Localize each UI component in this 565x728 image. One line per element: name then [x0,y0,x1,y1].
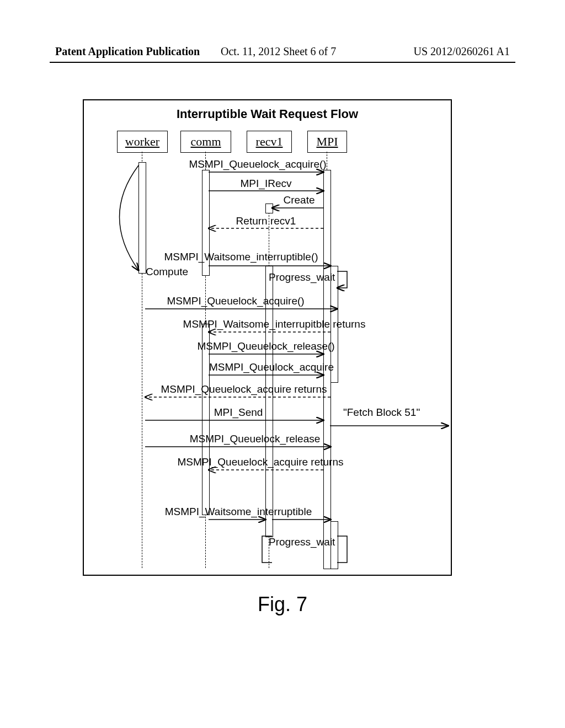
activation-worker [138,162,146,274]
msg-queuelock-release-2: MSMPI_Queuelock_release [172,433,338,445]
msg-queuelock-acquire-returns-1: MSMPI_Queuelock_acquire returns [145,383,343,395]
diagram-title: Interruptible Wait Request Flow [84,107,451,121]
header-center: Oct. 11, 2012 Sheet 6 of 7 [221,45,336,58]
msg-progress-wait-1: Progress_wait [269,271,346,283]
lifeline-label: worker [125,135,159,148]
msg-queuelock-acquire-1: MSMPI_Queuelock_acquire() [180,158,335,170]
msg-fetch-block-51: "Fetch Block 51" [343,406,448,419]
sequence-diagram: Interruptible Wait Request Flow worker c… [83,99,452,576]
msg-queuelock-release-1: MSMPI_Queuelock_release() [183,340,349,352]
msg-return-recv1: Return recv1 [222,215,310,227]
msg-waitsome-2: MSMPI_Waitsome_interruptible [150,506,327,518]
msg-waitsome-returns: MSMPI_Waitsome_interrupitble returns [172,318,376,330]
msg-queuelock-acquire-returns-2: MSMPI_Queuelock_acquire returns [164,456,357,468]
lifeline-label: MPI [316,135,338,148]
lifeline-label: comm [191,135,221,148]
activation-comm-mid [202,324,210,515]
page: Patent Application Publication Oct. 11, … [0,0,565,728]
msg-mpi-send: MPI_Send [200,406,277,419]
lifeline-head-worker: worker [117,131,168,153]
figure-label: Fig. 7 [0,593,565,616]
lifeline-head-mpi: MPI [307,131,347,153]
msg-queulock-acquire: MSMPI_Queulock_acquire [194,361,349,373]
lifeline-label: recv1 [256,135,283,148]
msg-mpi-irecv: MPI_IRecv [227,178,305,190]
header-rule [50,62,515,63]
header-left: Patent Application Publication [55,45,200,58]
lifeline-head-recv1: recv1 [247,131,292,153]
lifeline-head-comm: comm [180,131,231,153]
header-right: US 2012/0260261 A1 [414,45,510,58]
msg-progress-wait-2: Progress_wait [269,536,346,548]
msg-waitsome-1: MSMPI_Waitsome_interruptible() [150,251,332,263]
msg-compute: Compute [146,266,206,278]
msg-queuelock-acquire-2: MSMPI_Queuelock_acquire() [153,295,318,307]
msg-create: Create [271,194,327,206]
